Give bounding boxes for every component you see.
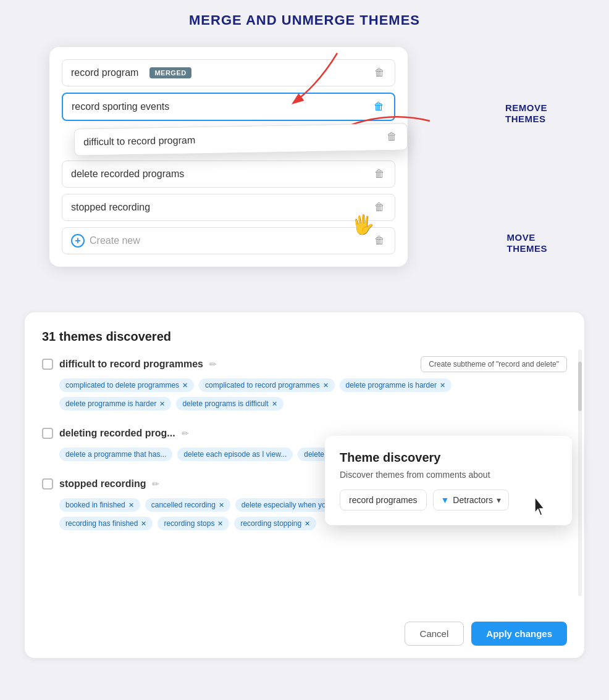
filter-text: Detractors (453, 495, 493, 505)
tag-delete-has: delete a programme that has... (59, 448, 172, 461)
discovery-subtitle: Discover themes from comments about (340, 470, 557, 480)
themes-count: 31 themes discovered (42, 330, 567, 344)
tag-delete-harder-1: delete programme is harder ✕ (340, 378, 452, 392)
filter-icon: ▼ (441, 495, 450, 505)
tag-x-delete-harder-2[interactable]: ✕ (159, 400, 165, 408)
trash-icon-stopped-recording[interactable]: 🗑 (372, 201, 386, 214)
theme-discovery-popup: Theme discovery Discover themes from com… (325, 436, 572, 525)
tag-booked-in: booked in finished ✕ (59, 498, 140, 512)
chevron-down-icon: ▾ (497, 495, 501, 505)
footer-buttons: Cancel Apply changes (405, 622, 567, 646)
annotation-move-themes: MOVE THEMES (506, 232, 547, 254)
tag-delete-harder-2: delete programme is harder ✕ (59, 397, 171, 410)
scrollbar-thumb (578, 362, 582, 411)
trash-icon-delete-recorded[interactable]: 🗑 (372, 167, 386, 181)
tag-complicated-delete: complicated to delete programmes ✕ (59, 378, 194, 392)
tag-recording-has-finished: recording has finished ✕ (59, 517, 153, 530)
tag-x-cancelled-recording[interactable]: ✕ (219, 501, 224, 509)
scrollbar[interactable] (578, 349, 582, 596)
group-title-difficult: difficult to record programmes (59, 359, 203, 370)
create-new-label: Create new (90, 235, 140, 246)
create-subtheme-btn-difficult[interactable]: Create subtheme of "record and delete" (421, 356, 567, 372)
tag-x-complicated-delete[interactable]: ✕ (182, 381, 188, 390)
tags-row-difficult: complicated to delete programmes ✕ compl… (42, 378, 567, 410)
theme-label-record-sporting: record sporting events (72, 101, 169, 112)
mouse-cursor-icon (532, 497, 547, 519)
edit-icon-deleting[interactable]: ✏ (182, 428, 189, 438)
tag-recording-stops: recording stops ✕ (158, 517, 229, 530)
discovery-tag-label: record programes (340, 490, 427, 510)
cancel-button[interactable]: Cancel (405, 622, 464, 646)
tag-x-recording-stopping[interactable]: ✕ (304, 520, 310, 528)
tag-delete-episode: delete each episode as I view... (177, 448, 293, 461)
theme-row-delete-recorded: delete recorded programs 🗑 (62, 160, 395, 188)
edit-icon-difficult[interactable]: ✏ (209, 359, 217, 369)
trash-icon-create-new[interactable]: 🗑 (372, 234, 386, 248)
tag-recording-stopping: recording stopping ✕ (234, 517, 316, 530)
tag-x-delete-difficult[interactable]: ✕ (272, 400, 277, 408)
tag-delete-difficult: delete programs is difficult ✕ (176, 397, 283, 410)
theme-group-difficult: difficult to record programmes ✏ Create … (42, 356, 567, 410)
theme-group-header-difficult: difficult to record programmes ✏ Create … (42, 356, 567, 372)
plus-circle-icon: + (71, 234, 85, 248)
apply-changes-button[interactable]: Apply changes (471, 622, 567, 646)
trash-icon-difficult-record[interactable]: 🗑 (385, 130, 398, 144)
group-title-stopped: stopped recording (59, 478, 146, 490)
tag-x-recording-stops[interactable]: ✕ (217, 520, 223, 528)
tag-complicated-record: complicated to record programmes ✕ (199, 378, 334, 392)
discovery-title: Theme discovery (340, 451, 557, 465)
tag-x-delete-harder-1[interactable]: ✕ (440, 381, 445, 390)
theme-label-delete-recorded: delete recorded programs (71, 169, 184, 180)
annotation-remove-themes: REMOVE THEMES (505, 102, 547, 124)
tag-x-recording-has-finished[interactable]: ✕ (141, 520, 146, 528)
merged-badge: MERGED (149, 67, 191, 78)
theme-label-record-program: record program (71, 67, 138, 78)
hand-cursor-icon: 🖐 (351, 214, 374, 235)
theme-label-stopped-recording: stopped recording (71, 202, 150, 213)
checkbox-stopped[interactable] (42, 478, 53, 490)
merge-arrow (288, 47, 387, 109)
page-title: MERGE AND UNMERGE THEMES (189, 12, 420, 28)
create-new-row[interactable]: + Create new 🗑 (62, 227, 395, 254)
discovery-controls: record programes ▼ Detractors ▾ (340, 490, 557, 510)
theme-row-difficult-record: difficult to record program 🗑 (74, 123, 408, 156)
tag-cancelled-recording: cancelled recording ✕ (145, 498, 230, 512)
checkbox-deleting[interactable] (42, 428, 53, 439)
checkbox-difficult[interactable] (42, 359, 53, 370)
bottom-section: 31 themes discovered difficult to record… (25, 312, 584, 658)
filter-dropdown[interactable]: ▼ Detractors ▾ (433, 490, 509, 510)
theme-row-stopped-recording: stopped recording 🗑 (62, 194, 395, 221)
group-title-deleting: deleting recorded prog... (59, 428, 175, 439)
theme-label-difficult-record: difficult to record program (83, 135, 195, 148)
tag-x-complicated-record[interactable]: ✕ (323, 381, 329, 390)
tag-x-booked-in[interactable]: ✕ (128, 501, 134, 509)
edit-icon-stopped[interactable]: ✏ (152, 479, 159, 489)
